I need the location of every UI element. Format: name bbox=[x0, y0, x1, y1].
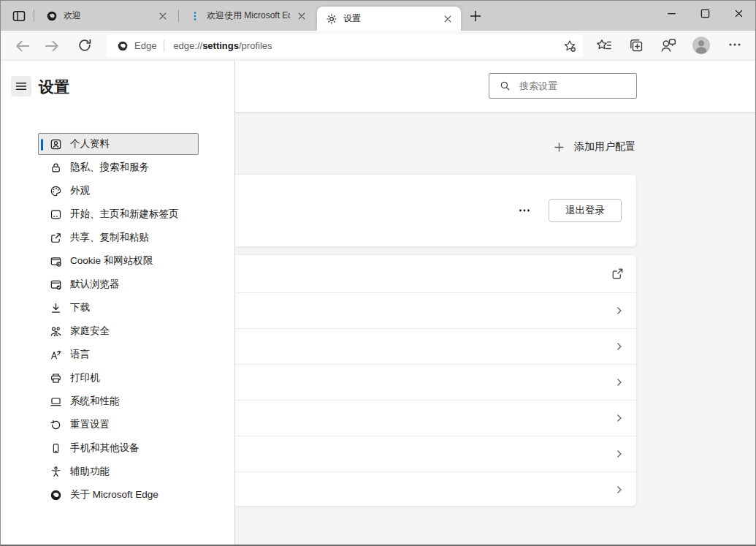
sidebar-item-label: 默认浏览器 bbox=[70, 278, 120, 291]
forward-arrow-icon bbox=[43, 37, 61, 55]
sidebar-item-label: 下载 bbox=[70, 301, 90, 314]
sidebar-item-label: 共享、复制和粘贴 bbox=[70, 231, 149, 244]
profile-more-button[interactable] bbox=[517, 202, 535, 219]
collections-button[interactable] bbox=[627, 37, 645, 54]
refresh-icon bbox=[77, 37, 93, 53]
back-button[interactable] bbox=[14, 37, 31, 55]
tab-title: 设置 bbox=[343, 12, 436, 25]
external-link-icon bbox=[611, 267, 625, 281]
close-icon[interactable] bbox=[296, 10, 308, 22]
gear-icon bbox=[326, 13, 337, 25]
accessibility-icon bbox=[50, 466, 62, 478]
tab-separator bbox=[34, 10, 34, 22]
favorites-button[interactable] bbox=[595, 37, 613, 54]
browser-window: 欢迎 欢迎使用 Microsoft Edg 设置 Edge edge://set… bbox=[0, 0, 756, 546]
chevron-right-icon bbox=[614, 341, 625, 352]
settings-search-box[interactable] bbox=[489, 73, 637, 99]
sidebar-item-4[interactable]: 开始、主页和新建标签页 bbox=[38, 203, 199, 225]
sidebar-item-10[interactable]: 语言 bbox=[38, 344, 199, 365]
sidebar-item-9[interactable]: 家庭安全 bbox=[38, 320, 199, 342]
menu-toggle-button[interactable] bbox=[11, 76, 31, 96]
sidebar-item-label: 辅助功能 bbox=[70, 465, 110, 478]
lock-icon bbox=[50, 162, 62, 174]
plus-icon bbox=[468, 9, 483, 23]
close-icon[interactable] bbox=[442, 13, 454, 25]
star-list-icon bbox=[595, 37, 613, 54]
sidebar-item-5[interactable]: 共享、复制和粘贴 bbox=[38, 227, 199, 249]
family-icon bbox=[50, 325, 62, 338]
maximize-icon bbox=[699, 7, 711, 20]
browser-menu-button[interactable] bbox=[727, 37, 744, 54]
add-favorite-icon[interactable] bbox=[562, 39, 577, 53]
selected-accent-bar bbox=[41, 139, 43, 151]
tab-layout-icon bbox=[12, 9, 26, 23]
sidebar-item-7[interactable]: 默认浏览器 bbox=[38, 273, 199, 295]
sidebar-item-16[interactable]: 关于 Microsoft Edge bbox=[38, 484, 199, 506]
edge-logo-icon bbox=[50, 489, 62, 501]
settings-search-input[interactable] bbox=[519, 80, 629, 91]
url-text: edge://settings/profiles bbox=[173, 40, 562, 51]
sidebar-header: 设置 bbox=[1, 61, 234, 113]
sidebar-item-label: 手机和其他设备 bbox=[70, 441, 140, 455]
tab-title: 欢迎使用 Microsoft Edg bbox=[207, 10, 290, 22]
sidebar-item-2[interactable]: 隐私、搜索和服务 bbox=[38, 156, 199, 178]
sign-out-button[interactable]: 退出登录 bbox=[549, 199, 622, 222]
tab-bar: 欢迎 欢迎使用 Microsoft Edg 设置 bbox=[1, 1, 755, 31]
window-controls bbox=[654, 1, 755, 26]
tab-2[interactable]: 欢迎使用 Microsoft Edg bbox=[180, 1, 315, 31]
search-icon bbox=[500, 80, 511, 91]
tab-title: 欢迎 bbox=[64, 10, 151, 22]
laptop-icon bbox=[50, 395, 62, 408]
tab-3[interactable]: 设置 bbox=[317, 7, 461, 31]
back-arrow-icon bbox=[14, 37, 31, 55]
reset-icon bbox=[50, 419, 62, 431]
feedback-button[interactable] bbox=[660, 37, 677, 54]
close-icon[interactable] bbox=[157, 10, 169, 22]
new-tab-button[interactable] bbox=[467, 7, 484, 25]
maximize-button[interactable] bbox=[688, 1, 722, 26]
sidebar-nav: 个人资料 隐私、搜索和服务 外观 开始、主页和新建标签页 共享、复制和粘贴 Co… bbox=[38, 133, 199, 507]
add-profile-button[interactable]: 添加用户配置 bbox=[553, 140, 635, 153]
avatar-icon bbox=[692, 36, 711, 55]
start-page-icon bbox=[50, 208, 62, 221]
minimize-button[interactable] bbox=[654, 1, 688, 26]
tab-1[interactable]: 欢迎 bbox=[37, 1, 176, 31]
printer-icon bbox=[50, 372, 62, 384]
url-host: settings bbox=[202, 40, 239, 51]
download-icon bbox=[50, 302, 62, 314]
sidebar-item-label: 语言 bbox=[70, 348, 90, 361]
people-chat-icon bbox=[660, 37, 677, 54]
page-title: 设置 bbox=[39, 77, 69, 97]
sidebar-item-15[interactable]: 辅助功能 bbox=[38, 460, 199, 482]
chevron-right-icon bbox=[614, 413, 625, 423]
edge-logo-icon bbox=[46, 10, 58, 22]
collections-icon bbox=[627, 37, 645, 54]
sidebar-item-3[interactable]: 外观 bbox=[38, 180, 199, 202]
refresh-button[interactable] bbox=[77, 37, 94, 55]
share-icon bbox=[50, 232, 62, 244]
profile-card-icon bbox=[50, 138, 62, 151]
close-icon bbox=[733, 7, 745, 20]
chevron-right-icon bbox=[614, 485, 625, 495]
sidebar-item-12[interactable]: 系统和性能 bbox=[38, 390, 199, 412]
url-scheme: edge:// bbox=[173, 40, 202, 51]
sidebar-item-13[interactable]: 重置设置 bbox=[38, 414, 199, 436]
forward-button[interactable] bbox=[43, 37, 61, 55]
address-bar[interactable]: Edge edge://settings/profiles bbox=[107, 34, 583, 57]
sidebar-item-11[interactable]: 打印机 bbox=[38, 367, 199, 389]
sidebar-item-6[interactable]: Cookie 和网站权限 bbox=[38, 250, 199, 272]
sidebar-item-8[interactable]: 下载 bbox=[38, 297, 199, 319]
sidebar-item-label: 家庭安全 bbox=[70, 325, 110, 338]
sidebar-item-label: 隐私、搜索和服务 bbox=[70, 161, 149, 174]
sidebar-item-1[interactable]: 个人资料 bbox=[38, 133, 199, 155]
sidebar-item-14[interactable]: 手机和其他设备 bbox=[38, 437, 199, 459]
profile-avatar[interactable] bbox=[692, 36, 709, 53]
tab-layout-icon[interactable] bbox=[10, 7, 28, 25]
dots-horizontal-icon bbox=[517, 203, 532, 218]
phone-icon bbox=[50, 442, 62, 455]
palette-icon bbox=[50, 185, 62, 197]
url-path: /profiles bbox=[239, 40, 272, 51]
edge-logo-icon bbox=[117, 40, 129, 52]
close-button[interactable] bbox=[722, 1, 755, 26]
sidebar-item-label: 打印机 bbox=[70, 371, 100, 384]
